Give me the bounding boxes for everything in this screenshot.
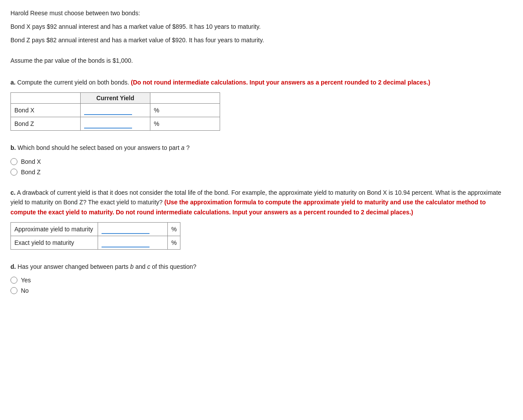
approx-ytm-input[interactable] xyxy=(102,224,149,234)
bond-x-input-cell[interactable] xyxy=(81,104,150,117)
part-d-italic-c: c xyxy=(147,263,150,270)
part-d-label: d. xyxy=(10,263,16,270)
bond-x-label: Bond X xyxy=(11,104,81,117)
part-a-table: Current Yield Bond X % Bond Z xyxy=(10,92,220,131)
part-b-text: Which bond should he select based on you… xyxy=(17,144,181,151)
bond-z-pct: % xyxy=(150,117,220,131)
approx-ytm-pct: % xyxy=(168,222,180,236)
part-b-text-end: ? xyxy=(186,144,190,151)
exact-ytm-input[interactable] xyxy=(102,238,149,247)
part-d-option-no[interactable]: No xyxy=(10,287,513,294)
part-d-text: Has your answer changed between parts xyxy=(17,263,130,270)
part-d-radio-yes[interactable] xyxy=(10,277,17,284)
part-b-radio-bondz[interactable] xyxy=(10,169,17,176)
part-b-bondx-label: Bond X xyxy=(21,158,41,165)
part-c-table-container: Approximate yield to maturity % Exact yi… xyxy=(10,222,513,250)
intro-line2: Bond X pays $92 annual interest and has … xyxy=(10,22,513,31)
part-a-label: a. xyxy=(10,79,16,86)
exact-ytm-input-cell[interactable] xyxy=(98,236,168,249)
part-d-radio-no[interactable] xyxy=(10,287,17,294)
part-d-no-label: No xyxy=(21,287,29,294)
bond-z-label: Bond Z xyxy=(11,117,81,131)
part-d-option-yes[interactable]: Yes xyxy=(10,277,513,284)
part-b-radio-group: Bond X Bond Z xyxy=(10,158,513,176)
part-b-option-bondz[interactable]: Bond Z xyxy=(10,169,513,176)
part-b-section: b. Which bond should he select based on … xyxy=(10,143,513,175)
part-a-text-normal: Compute the current yield on both bonds. xyxy=(17,79,131,86)
part-d-italic-b: b xyxy=(130,263,134,270)
part-a-question: a. Compute the current yield on both bon… xyxy=(10,78,513,87)
table-row: Exact yield to maturity % xyxy=(11,236,180,249)
part-b-bondz-label: Bond Z xyxy=(21,169,41,176)
part-d-question: d. Has your answer changed between parts… xyxy=(10,262,513,271)
approx-ytm-label: Approximate yield to maturity xyxy=(11,222,98,236)
part-a-col-header: Current Yield xyxy=(81,93,150,104)
intro-line1: Harold Reese must choose between two bon… xyxy=(10,9,513,18)
part-c-question: c. A drawback of current yield is that i… xyxy=(10,188,513,217)
bond-z-input[interactable] xyxy=(84,119,132,129)
intro-section: Harold Reese must choose between two bon… xyxy=(10,9,513,65)
part-c-section: c. A drawback of current yield is that i… xyxy=(10,188,513,250)
bond-z-input-cell[interactable] xyxy=(81,117,150,131)
part-b-label: b. xyxy=(10,144,16,151)
part-c-label: c. xyxy=(10,189,16,196)
part-b-italic: a xyxy=(181,144,184,151)
part-a-empty-header xyxy=(11,93,81,104)
part-a-section: a. Compute the current yield on both bon… xyxy=(10,78,513,131)
intro-line3: Bond Z pays $82 annual interest and has … xyxy=(10,36,513,45)
approx-ytm-input-cell[interactable] xyxy=(98,222,168,236)
exact-ytm-label: Exact yield to maturity xyxy=(11,236,98,249)
part-a-pct-header xyxy=(150,93,220,104)
intro-line4: Assume the par value of the bonds is $1,… xyxy=(10,56,513,65)
part-d-text-end: of this question? xyxy=(152,263,197,270)
part-c-table: Approximate yield to maturity % Exact yi… xyxy=(10,222,180,250)
exact-ytm-pct: % xyxy=(168,236,180,249)
bond-x-input[interactable] xyxy=(84,105,132,115)
table-row: Bond X % xyxy=(11,104,220,117)
part-a-text-bold: (Do not round intermediate calculations.… xyxy=(131,79,430,86)
bond-x-pct: % xyxy=(150,104,220,117)
part-d-radio-group: Yes No xyxy=(10,277,513,294)
part-a-table-container: Current Yield Bond X % Bond Z xyxy=(10,92,513,131)
part-b-radio-bondx[interactable] xyxy=(10,158,17,165)
part-d-yes-label: Yes xyxy=(21,277,31,284)
part-b-option-bondx[interactable]: Bond X xyxy=(10,158,513,165)
part-d-section: d. Has your answer changed between parts… xyxy=(10,262,513,294)
table-row: Approximate yield to maturity % xyxy=(11,222,180,236)
part-d-and: and xyxy=(135,263,147,270)
table-row: Bond Z % xyxy=(11,117,220,131)
part-b-question: b. Which bond should he select based on … xyxy=(10,143,513,152)
